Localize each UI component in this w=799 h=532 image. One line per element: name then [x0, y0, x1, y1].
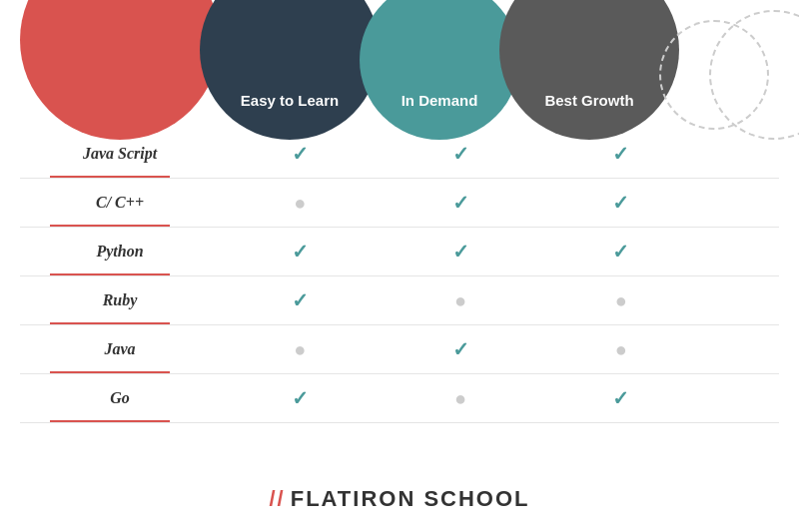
dot-icon: ● — [615, 289, 627, 311]
circles-area: Easy to Learn In Demand Best Growth — [0, 0, 799, 130]
easy-to-learn-cell: ✓ — [220, 276, 381, 325]
check-icon: ✓ — [292, 289, 309, 311]
check-icon: ✓ — [612, 143, 629, 165]
best-growth-label: Best Growth — [499, 91, 679, 111]
check-icon: ✓ — [452, 143, 469, 165]
table-row: Go✓●✓ — [20, 374, 779, 423]
empty-cell — [701, 179, 779, 228]
empty-cell — [701, 276, 779, 325]
language-name: C/ C++ — [20, 179, 220, 228]
in-demand-cell: ✓ — [381, 228, 541, 276]
circle-in-demand: In Demand — [360, 0, 519, 140]
easy-to-learn-label: Easy to Learn — [200, 91, 380, 111]
check-icon: ✓ — [452, 338, 469, 360]
best-growth-cell: ✓ — [540, 130, 701, 179]
in-demand-cell: ● — [381, 276, 541, 325]
dot-icon: ● — [615, 338, 627, 360]
in-demand-cell: ● — [381, 374, 541, 423]
dot-icon: ● — [454, 289, 466, 311]
table-row: Python✓✓✓ — [20, 228, 779, 276]
footer-slash-icon: // — [269, 486, 285, 511]
check-icon: ✓ — [452, 192, 469, 214]
easy-to-learn-cell: ● — [220, 179, 381, 228]
language-name: Java — [20, 325, 220, 374]
empty-cell — [701, 374, 779, 423]
circle-best-growth: Best Growth — [499, 0, 679, 140]
circle-easy-to-learn: Easy to Learn — [200, 0, 380, 140]
check-icon: ✓ — [612, 387, 629, 409]
check-icon: ✓ — [612, 192, 629, 214]
table-row: C/ C++●✓✓ — [20, 179, 779, 228]
easy-to-learn-cell: ✓ — [220, 130, 381, 179]
easy-to-learn-cell: ✓ — [220, 374, 381, 423]
dot-icon: ● — [454, 387, 466, 409]
best-growth-cell: ✓ — [540, 374, 701, 423]
table-row: Java●✓● — [20, 325, 779, 374]
comparison-table: Java Script✓✓✓C/ C++●✓✓Python✓✓✓Ruby✓●●J… — [20, 130, 779, 423]
language-name: Java Script — [20, 130, 220, 179]
empty-cell — [701, 228, 779, 276]
table-row: Java Script✓✓✓ — [20, 130, 779, 179]
footer: //FLATIRON SCHOOL — [0, 486, 799, 512]
in-demand-label: In Demand — [360, 91, 519, 111]
best-growth-cell: ● — [540, 325, 701, 374]
dot-icon: ● — [294, 338, 306, 360]
language-name: Go — [20, 374, 220, 423]
best-growth-cell: ✓ — [540, 228, 701, 276]
empty-cell — [701, 130, 779, 179]
in-demand-cell: ✓ — [381, 130, 541, 179]
easy-to-learn-cell: ● — [220, 325, 381, 374]
best-growth-cell: ● — [540, 276, 701, 325]
check-icon: ✓ — [292, 387, 309, 409]
best-growth-cell: ✓ — [540, 179, 701, 228]
empty-cell — [701, 325, 779, 374]
dot-icon: ● — [294, 192, 306, 214]
circle-partial-right — [659, 20, 769, 130]
check-icon: ✓ — [292, 143, 309, 165]
check-icon: ✓ — [612, 241, 629, 263]
in-demand-cell: ✓ — [381, 325, 541, 374]
check-icon: ✓ — [292, 241, 309, 263]
circle-red — [20, 0, 220, 140]
table-row: Ruby✓●● — [20, 276, 779, 325]
main-container: Easy to Learn In Demand Best Growth Java… — [0, 0, 799, 532]
in-demand-cell: ✓ — [381, 179, 541, 228]
check-icon: ✓ — [452, 241, 469, 263]
easy-to-learn-cell: ✓ — [220, 228, 381, 276]
footer-text: FLATIRON SCHOOL — [291, 486, 530, 511]
language-name: Ruby — [20, 276, 220, 325]
language-name: Python — [20, 228, 220, 276]
comparison-table-area: Java Script✓✓✓C/ C++●✓✓Python✓✓✓Ruby✓●●J… — [0, 130, 799, 423]
